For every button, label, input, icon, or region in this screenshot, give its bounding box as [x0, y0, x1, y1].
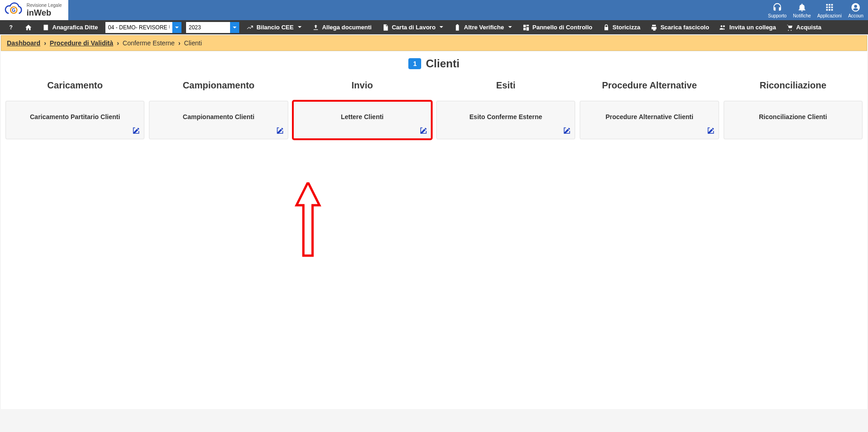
edit-button[interactable]: [276, 126, 284, 136]
building-icon: [42, 24, 49, 31]
column: RiconciliazioneRiconciliazione Clienti: [724, 78, 863, 139]
bell-icon: [797, 2, 807, 12]
column-header: Campionamento: [149, 78, 288, 93]
breadcrumb-dashboard[interactable]: Dashboard: [7, 39, 40, 47]
year-input[interactable]: [186, 22, 230, 33]
column: Procedure AlternativeProcedure Alternati…: [580, 78, 719, 139]
card[interactable]: Caricamento Partitario Clienti: [5, 101, 144, 139]
cart-icon: [786, 24, 793, 31]
print-icon: [650, 24, 658, 31]
chevron-down-icon: [297, 25, 302, 29]
account-button[interactable]: Accoun: [848, 2, 863, 18]
card[interactable]: Lettere Clienti: [293, 101, 432, 139]
ditta-select[interactable]: [105, 22, 181, 33]
upload-icon: [312, 24, 319, 31]
breadcrumb-procedure[interactable]: Procedure di Validità: [50, 39, 114, 47]
card-label: Caricamento Partitario Clienti: [30, 113, 120, 120]
edit-icon: [707, 126, 715, 135]
ditta-input[interactable]: [105, 22, 172, 33]
allega-button[interactable]: Allega documenti: [308, 20, 375, 34]
logo-super: Revisione Legale: [27, 3, 62, 8]
card-label: Procedure Alternative Clienti: [605, 113, 693, 120]
column: CampionamentoCampionamento Clienti: [149, 78, 288, 139]
edit-button[interactable]: [707, 126, 715, 136]
acquista-button[interactable]: Acquista: [782, 20, 825, 34]
cloud-logo-icon: G: [4, 2, 24, 18]
apps-grid-icon: [824, 2, 835, 12]
logo-name: inWeb: [27, 9, 62, 17]
card[interactable]: Esito Conferme Esterne: [436, 101, 575, 139]
card-label: Esito Conferme Esterne: [469, 113, 542, 120]
year-select-caret[interactable]: [230, 22, 239, 33]
home-icon: [25, 24, 32, 31]
altre-button[interactable]: Altre Verifiche: [450, 20, 516, 34]
topbar-left: G Revisione Legale inWeb: [0, 0, 68, 20]
pannello-button[interactable]: Pannello di Controllo: [519, 20, 596, 34]
breadcrumb-conferme: Conferme Esterne: [123, 39, 175, 47]
headset-icon: [772, 2, 782, 12]
scarica-button[interactable]: Scarica fascicolo: [647, 20, 713, 34]
lock-icon: [603, 24, 610, 31]
notifications-button[interactable]: Notifiche: [793, 2, 811, 18]
card[interactable]: Riconciliazione Clienti: [724, 101, 863, 139]
invita-button[interactable]: Invita un collega: [715, 20, 780, 34]
svg-text:G: G: [12, 8, 16, 13]
chevron-down-icon: [175, 25, 179, 30]
column: CaricamentoCaricamento Partitario Client…: [5, 78, 144, 139]
support-button[interactable]: Supporto: [768, 2, 787, 18]
edit-button[interactable]: [563, 126, 571, 136]
topbar-right: Supporto Notifiche Applicazioni Accoun: [768, 2, 865, 18]
card-label: Riconciliazione Clienti: [759, 113, 827, 120]
chevron-down-icon: [508, 25, 512, 29]
ditta-select-caret[interactable]: [172, 22, 181, 33]
question-icon: ?: [7, 24, 15, 31]
year-select[interactable]: [186, 22, 239, 33]
card-label: Campionamento Clienti: [183, 113, 254, 120]
svg-text:?: ?: [9, 24, 12, 31]
chevron-down-icon: [439, 25, 444, 29]
main-content: 1 Clienti CaricamentoCaricamento Partita…: [1, 52, 867, 409]
user-circle-icon: [851, 2, 861, 12]
chart-icon: [247, 24, 254, 31]
column-header: Procedure Alternative: [580, 78, 719, 93]
column-header: Caricamento: [5, 78, 144, 93]
arrow-annotation-icon: [294, 182, 322, 260]
edit-icon: [276, 126, 284, 135]
clipboard-icon: [454, 24, 461, 31]
carta-button[interactable]: Carta di Lavoro: [378, 20, 447, 34]
edit-icon: [132, 126, 140, 135]
page-title: 1 Clienti: [1, 57, 867, 70]
edit-button[interactable]: [419, 126, 428, 136]
storicizza-button[interactable]: Storicizza: [599, 20, 644, 34]
page-badge: 1: [408, 58, 421, 69]
dashboard-icon: [522, 24, 530, 31]
edit-button[interactable]: [132, 126, 140, 136]
bilancio-button[interactable]: Bilancio CEE: [243, 20, 306, 34]
help-button[interactable]: ?: [4, 20, 18, 34]
column: InvioLettere Clienti: [293, 78, 432, 139]
users-icon: [719, 24, 726, 31]
column: EsitiEsito Conferme Esterne: [436, 78, 575, 139]
card[interactable]: Procedure Alternative Clienti: [580, 101, 719, 139]
home-button[interactable]: [21, 20, 36, 34]
breadcrumb: Dashboard › Procedure di Validità › Conf…: [1, 35, 867, 51]
apps-button[interactable]: Applicazioni: [817, 2, 841, 18]
column-header: Invio: [293, 78, 432, 93]
chevron-down-icon: [232, 25, 237, 30]
card[interactable]: Campionamento Clienti: [149, 101, 288, 139]
page-title-text: Clienti: [426, 57, 459, 70]
anagrafica-button[interactable]: Anagrafica Ditte: [38, 20, 102, 34]
logo[interactable]: G Revisione Legale inWeb: [0, 0, 68, 20]
breadcrumb-clienti: Clienti: [184, 39, 202, 47]
top-bar: G Revisione Legale inWeb Supporto Notifi…: [0, 0, 868, 20]
edit-icon: [419, 126, 428, 135]
column-header: Esiti: [436, 78, 575, 93]
main-toolbar: ? Anagrafica Ditte Bilancio CEE Allega d…: [0, 20, 868, 34]
edit-icon: [563, 126, 571, 135]
file-icon: [382, 24, 389, 31]
column-header: Riconciliazione: [724, 78, 863, 93]
columns-row: CaricamentoCaricamento Partitario Client…: [1, 78, 867, 139]
card-label: Lettere Clienti: [341, 113, 384, 120]
